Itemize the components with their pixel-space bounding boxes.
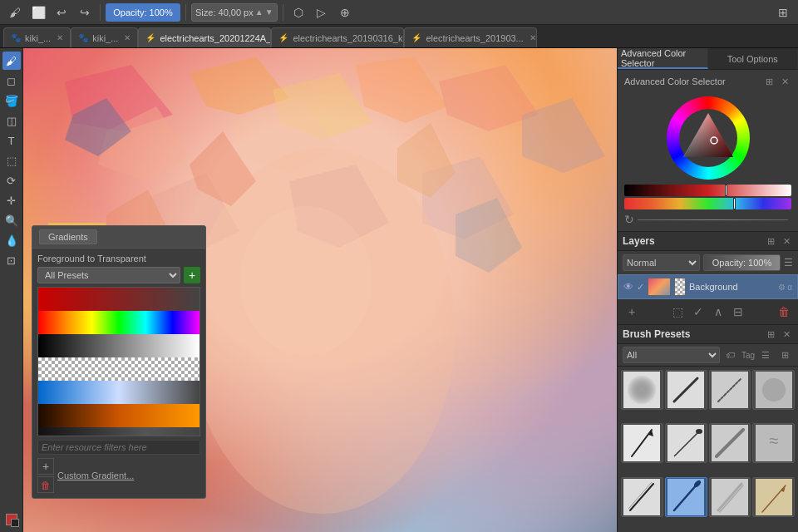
opacity-slider[interactable]: Opacity: 100% <box>703 254 781 271</box>
eraser-tool[interactable]: ◻ <box>2 71 21 90</box>
gradient-item-2[interactable] <box>38 311 200 334</box>
tab-advanced-color[interactable]: Advanced Color Selector <box>618 48 708 69</box>
canvas-area[interactable]: Gradients Foreground to Transparent All … <box>23 48 617 532</box>
select-tool[interactable]: ⬚ <box>2 151 21 170</box>
brush-expand-btn[interactable]: ⊞ <box>764 328 777 341</box>
size-up-btn[interactable]: ▲ <box>255 7 264 17</box>
gradient-item-3[interactable] <box>38 334 200 357</box>
zoom-tool[interactable]: 🔍 <box>2 211 21 229</box>
filter-input[interactable] <box>37 440 200 455</box>
lasso-tool[interactable]: ⟳ <box>2 171 21 190</box>
blend-mode-select[interactable]: Normal <box>623 254 700 271</box>
color-selector-close-btn[interactable]: ✕ <box>778 75 791 88</box>
brush-tool[interactable]: 🖌 <box>2 52 21 70</box>
brush-item-5[interactable] <box>621 423 663 463</box>
brush-item-6[interactable] <box>665 423 707 463</box>
undo-btn[interactable]: ↩ <box>52 2 71 22</box>
brush-item-12[interactable] <box>752 477 795 517</box>
layers-close-btn[interactable]: ✕ <box>780 234 793 248</box>
redo-btn[interactable]: ↪ <box>75 2 95 22</box>
brush-item-1[interactable] <box>621 370 663 410</box>
mirror-h-btn[interactable]: ⬡ <box>288 2 308 22</box>
text-tool[interactable]: T <box>2 131 21 150</box>
brush-grid-btn[interactable]: ⊞ <box>776 347 793 363</box>
layer-check-btn[interactable]: ✓ <box>689 303 707 321</box>
preset-select[interactable]: All Presets <box>37 267 180 283</box>
layer-fx-icon[interactable]: ⚙ <box>778 283 786 292</box>
gradient-tool[interactable]: ◫ <box>2 111 21 130</box>
sep2 <box>185 4 186 21</box>
tab-1[interactable]: 🐾 kiki_... ✕ <box>3 27 71 47</box>
custom-gradient-btn[interactable]: Custom Gradient... <box>57 469 200 482</box>
brush-list-btn[interactable]: ☰ <box>757 347 774 363</box>
brush-item-7[interactable] <box>709 423 751 463</box>
add-preset-btn[interactable]: + <box>184 267 200 283</box>
tab-2-close[interactable]: ✕ <box>124 33 131 42</box>
svg-marker-25 <box>683 113 733 157</box>
fill-tool[interactable]: 🪣 <box>2 91 21 110</box>
layer-merge-btn[interactable]: ⊟ <box>729 303 747 321</box>
value-bar[interactable] <box>624 185 791 196</box>
tool-preset-btn[interactable]: ⬜ <box>28 2 48 22</box>
hue-bar[interactable] <box>624 198 791 209</box>
gradient-item-4[interactable] <box>38 357 200 381</box>
brush-item-8[interactable]: ≈ <box>752 423 795 463</box>
delete-layer-btn[interactable]: 🗑 <box>775 303 793 321</box>
brush-item-3[interactable] <box>709 370 751 410</box>
gradient-item-6[interactable] <box>38 404 200 427</box>
gradients-tab-btn[interactable]: Gradients <box>39 229 97 244</box>
tab-3[interactable]: ⚡ electrichearts_20201224A_kiki_... ✕ <box>138 27 271 47</box>
color-wheel-wrapper[interactable] <box>667 96 750 180</box>
layers-expand-btn[interactable]: ⊞ <box>764 234 777 248</box>
refresh-btn[interactable]: ↻ <box>624 213 634 226</box>
layer-lock-icon[interactable]: ✓ <box>637 282 644 293</box>
layer-up-btn[interactable]: ∧ <box>709 303 727 321</box>
layer-row-background[interactable]: 👁 ✓ Background ⚙ α <box>618 274 798 299</box>
brush-item-10[interactable] <box>665 477 707 517</box>
brush-item-2[interactable] <box>665 370 707 410</box>
move-tool[interactable]: ✛ <box>2 191 21 209</box>
size-down-btn[interactable]: ▼ <box>265 7 273 17</box>
layer-rect-btn[interactable]: ⬚ <box>669 303 687 321</box>
mirror-v-btn[interactable]: ▷ <box>312 2 332 22</box>
color-triangle[interactable] <box>679 109 737 167</box>
gradient-panel-body: Foreground to Transparent All Presets + <box>32 249 205 498</box>
eyedropper-tool[interactable]: 💧 <box>2 231 21 249</box>
gradient-list[interactable] <box>37 287 200 436</box>
layer-visibility-toggle[interactable]: 👁 <box>623 281 633 293</box>
fg-bg-colors[interactable] <box>2 510 21 529</box>
tab-1-close[interactable]: ✕ <box>57 33 63 42</box>
svg-marker-1 <box>190 57 289 115</box>
brush-presets-title: Brush Presets <box>623 328 690 340</box>
brush-filter-row: All 🏷 Tag ☰ ⊞ <box>618 344 798 367</box>
brush-close-btn[interactable]: ✕ <box>780 328 793 341</box>
brush-item-9[interactable] <box>621 477 663 517</box>
layout-btn[interactable]: ⊞ <box>773 2 793 22</box>
svg-point-34 <box>762 378 786 401</box>
align-btn[interactable]: ⊕ <box>335 2 355 22</box>
tab-tool-options[interactable]: Tool Options <box>708 48 799 69</box>
brush-tool-btn[interactable]: 🖌 <box>5 2 25 22</box>
crop-tool[interactable]: ⊡ <box>2 251 21 269</box>
size-control[interactable]: Size: 40,00 px ▲ ▼ <box>191 3 278 22</box>
gradient-item-1[interactable] <box>38 288 200 311</box>
brush-item-11[interactable] <box>709 477 751 517</box>
add-layer-btn[interactable]: + <box>623 303 641 321</box>
opacity-control[interactable]: Opacity: 100% <box>106 3 180 22</box>
add-gradient-icon: + <box>37 458 54 475</box>
brush-filter-select[interactable]: All <box>623 347 720 363</box>
brush-tag-btn[interactable]: 🏷 <box>722 347 739 363</box>
color-selector-expand-btn[interactable]: ⊞ <box>762 75 776 88</box>
gradient-item-7[interactable] <box>38 427 200 436</box>
color-wheel-container[interactable] <box>621 93 795 183</box>
tab-4[interactable]: ⚡ electrichearts_20190316_k... ✕ <box>271 27 404 47</box>
tab-2[interactable]: 🐾 kiki_... ✕ <box>71 27 138 47</box>
color-wheel[interactable] <box>667 96 750 180</box>
brush-item-4[interactable] <box>752 370 795 410</box>
layer-alpha-icon[interactable]: α <box>787 283 792 292</box>
svg-point-12 <box>239 206 372 356</box>
tab-5-close[interactable]: ✕ <box>530 33 536 42</box>
tab-5[interactable]: ⚡ electrichearts_201903... ✕ <box>404 27 537 47</box>
layer-menu-btn[interactable]: ☰ <box>784 257 793 268</box>
gradient-item-5[interactable] <box>38 381 200 404</box>
